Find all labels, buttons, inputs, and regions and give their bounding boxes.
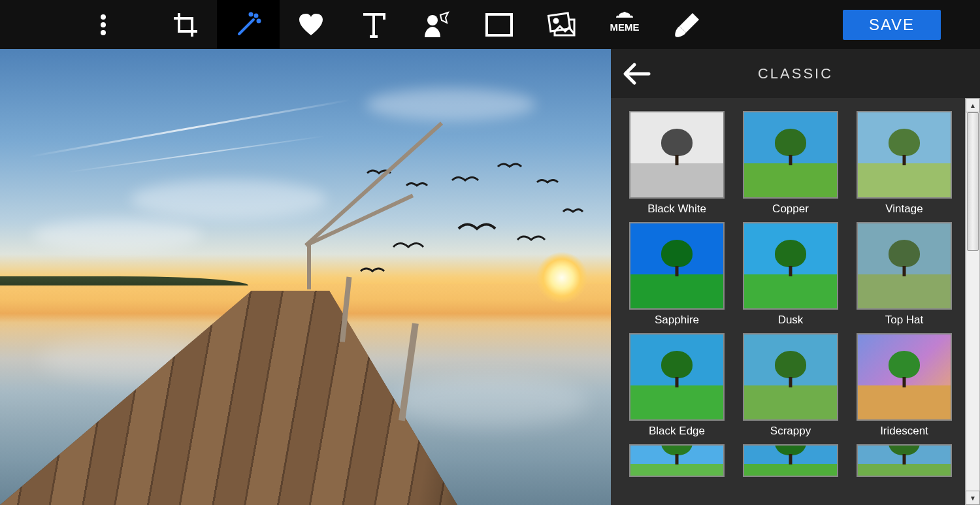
svg-point-6	[427, 15, 438, 25]
scrollbar[interactable]: ▲ ▼	[965, 98, 980, 505]
scroll-down-button[interactable]: ▼	[966, 491, 980, 505]
filter-item[interactable]: Sapphire	[629, 222, 725, 328]
editor-canvas[interactable]	[0, 49, 611, 505]
scrollbar-thumb[interactable]	[967, 112, 979, 251]
filter-label: Vintage	[885, 203, 923, 217]
filter-item[interactable]	[629, 444, 725, 477]
svg-point-5	[250, 13, 252, 15]
text-icon	[362, 12, 385, 38]
bird-icon	[516, 232, 546, 248]
filter-item[interactable]: Black White	[629, 111, 725, 217]
meme-icon: MEME	[608, 11, 641, 39]
svg-point-11	[554, 19, 558, 23]
svg-point-13	[627, 14, 630, 16]
heart-icon	[298, 13, 324, 37]
back-button[interactable]	[611, 49, 663, 98]
filter-item[interactable]: Top Hat	[857, 222, 952, 328]
filter-thumbnail	[857, 444, 952, 477]
filter-item[interactable]: Black Edge	[629, 333, 725, 439]
effects-button[interactable]	[217, 0, 280, 49]
filter-thumbnail	[629, 333, 725, 421]
canvas-decoration	[67, 135, 325, 173]
text-button[interactable]	[342, 0, 405, 49]
svg-text:MEME: MEME	[610, 22, 640, 33]
more-vertical-icon	[100, 14, 106, 36]
filter-label: Iridescent	[880, 425, 928, 439]
frame-button[interactable]	[468, 0, 531, 49]
bird-icon	[457, 219, 497, 238]
filter-label: Black White	[647, 203, 706, 217]
svg-point-0	[101, 14, 106, 20]
filter-thumbnail	[743, 111, 838, 199]
frame-icon	[485, 13, 513, 37]
filter-item[interactable]	[743, 444, 838, 477]
brush-button[interactable]	[656, 0, 719, 49]
menu-button[interactable]	[72, 0, 135, 49]
overlay-button[interactable]	[531, 0, 593, 49]
filter-label: Black Edge	[649, 425, 705, 439]
filter-grid: Black WhiteCopperVintageSapphireDuskTop …	[611, 98, 965, 505]
save-button[interactable]: SAVE	[843, 10, 941, 40]
bird-icon	[536, 176, 559, 188]
scroll-up-button[interactable]: ▲	[966, 98, 980, 112]
filters-panel: CLASSIC Black WhiteCopperVintageSapphire…	[611, 49, 980, 505]
canvas-decoration	[29, 99, 351, 158]
bird-icon	[405, 180, 429, 191]
svg-point-4	[258, 20, 260, 22]
favorite-button[interactable]	[280, 0, 342, 49]
filter-item[interactable]: Vintage	[857, 111, 952, 217]
filter-thumbnail	[743, 333, 838, 421]
filter-label: Top Hat	[885, 314, 924, 328]
bird-icon	[562, 206, 584, 218]
svg-point-14	[623, 12, 626, 14]
filter-item[interactable]: Dusk	[743, 222, 838, 328]
photos-icon	[547, 12, 577, 38]
meme-button[interactable]: MEME	[593, 0, 656, 49]
top-toolbar: MEME SAVE	[0, 0, 980, 49]
filter-thumbnail	[743, 444, 838, 477]
magic-wand-icon	[234, 10, 263, 39]
svg-point-3	[255, 14, 257, 16]
filter-thumbnail	[629, 444, 725, 477]
filter-item[interactable]: Iridescent	[857, 333, 952, 439]
bird-icon	[497, 160, 523, 173]
scrollbar-track[interactable]	[966, 112, 980, 491]
filter-item[interactable]: Scrappy	[743, 333, 838, 439]
filter-label: Copper	[772, 203, 809, 217]
filters-panel-header: CLASSIC	[611, 49, 980, 98]
save-label: SAVE	[869, 16, 915, 34]
filter-label: Sapphire	[655, 314, 699, 328]
svg-rect-7	[487, 14, 512, 35]
filter-thumbnail	[857, 222, 952, 310]
filter-label: Dusk	[778, 314, 804, 328]
filter-thumbnail	[629, 222, 725, 310]
svg-point-12	[619, 14, 622, 16]
filter-thumbnail	[857, 111, 952, 199]
filter-thumbnail	[629, 111, 725, 199]
svg-point-1	[101, 22, 106, 27]
filter-item[interactable]	[857, 444, 952, 477]
crop-button[interactable]	[154, 0, 217, 49]
portrait-button[interactable]	[405, 0, 468, 49]
arrow-left-icon	[623, 62, 651, 86]
crop-icon	[172, 12, 199, 38]
filter-thumbnail	[857, 333, 952, 421]
panel-title: CLASSIC	[758, 65, 833, 82]
filter-label: Scrappy	[770, 425, 811, 439]
svg-rect-8	[487, 14, 512, 35]
filter-item[interactable]: Copper	[743, 111, 838, 217]
svg-point-2	[101, 30, 106, 35]
filter-thumbnail	[743, 222, 838, 310]
portrait-scissors-icon	[422, 11, 451, 39]
canvas-sun	[536, 252, 588, 304]
bird-icon	[451, 173, 480, 187]
canvas-dock	[0, 224, 457, 505]
brush-icon	[673, 10, 702, 39]
